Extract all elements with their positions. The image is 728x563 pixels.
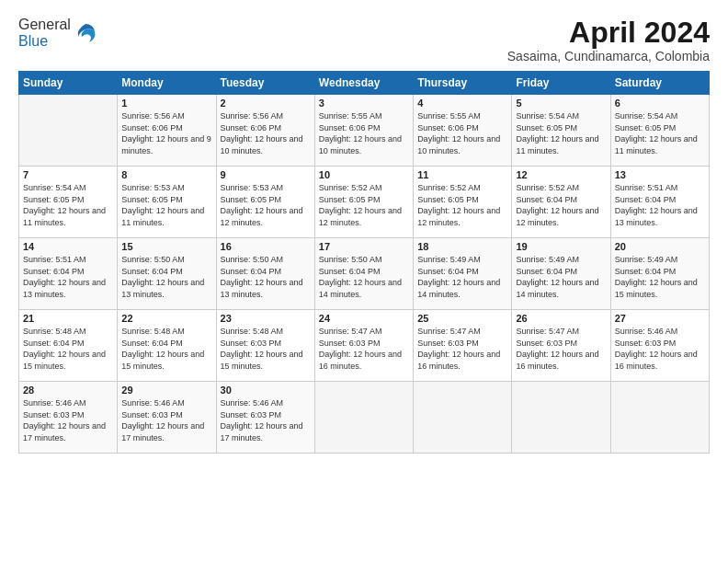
day-info: Sunrise: 5:55 AMSunset: 6:06 PMDaylight:… <box>319 110 409 156</box>
day-number: 23 <box>221 313 311 324</box>
week-row-4: 21Sunrise: 5:48 AMSunset: 6:04 PMDayligh… <box>19 310 710 382</box>
weekday-header-wednesday: Wednesday <box>314 72 413 95</box>
day-cell: 25Sunrise: 5:47 AMSunset: 6:03 PMDayligh… <box>414 310 512 382</box>
day-cell: 11Sunrise: 5:52 AMSunset: 6:05 PMDayligh… <box>414 167 512 238</box>
day-number: 3 <box>319 98 409 109</box>
day-cell <box>19 95 118 167</box>
logo-blue-text: Blue <box>18 33 48 49</box>
day-number: 9 <box>221 169 311 180</box>
day-cell: 15Sunrise: 5:50 AMSunset: 6:04 PMDayligh… <box>118 238 216 310</box>
day-cell: 21Sunrise: 5:48 AMSunset: 6:04 PMDayligh… <box>19 310 118 382</box>
day-cell: 13Sunrise: 5:51 AMSunset: 6:04 PMDayligh… <box>610 167 709 238</box>
weekday-header-saturday: Saturday <box>610 72 709 95</box>
day-cell: 18Sunrise: 5:49 AMSunset: 6:04 PMDayligh… <box>414 238 512 310</box>
day-info: Sunrise: 5:53 AMSunset: 6:05 PMDaylight:… <box>121 182 211 228</box>
calendar-table: SundayMondayTuesdayWednesdayThursdayFrid… <box>18 71 710 454</box>
day-number: 25 <box>417 313 507 324</box>
day-number: 26 <box>516 313 606 324</box>
day-info: Sunrise: 5:55 AMSunset: 6:06 PMDaylight:… <box>417 110 507 156</box>
day-cell: 26Sunrise: 5:47 AMSunset: 6:03 PMDayligh… <box>512 310 610 382</box>
day-info: Sunrise: 5:54 AMSunset: 6:05 PMDaylight:… <box>516 110 606 156</box>
title-block: April 2024 Sasaima, Cundinamarca, Colomb… <box>507 17 710 63</box>
day-number: 13 <box>615 169 705 180</box>
day-number: 24 <box>319 313 409 324</box>
day-cell: 1Sunrise: 5:56 AMSunset: 6:06 PMDaylight… <box>118 95 216 167</box>
week-row-2: 7Sunrise: 5:54 AMSunset: 6:05 PMDaylight… <box>19 167 710 238</box>
day-number: 14 <box>23 241 113 252</box>
day-number: 1 <box>121 98 211 109</box>
weekday-header-thursday: Thursday <box>414 72 512 95</box>
day-cell: 12Sunrise: 5:52 AMSunset: 6:04 PMDayligh… <box>512 167 610 238</box>
day-number: 30 <box>221 385 311 396</box>
day-number: 19 <box>516 241 606 252</box>
day-number: 20 <box>615 241 705 252</box>
day-cell: 8Sunrise: 5:53 AMSunset: 6:05 PMDaylight… <box>118 167 216 238</box>
header: General Blue April 2024 Sasaima, Cundina… <box>18 17 710 63</box>
day-number: 10 <box>319 169 409 180</box>
day-info: Sunrise: 5:50 AMSunset: 6:04 PMDaylight:… <box>221 254 311 300</box>
week-row-3: 14Sunrise: 5:51 AMSunset: 6:04 PMDayligh… <box>19 238 710 310</box>
month-title: April 2024 <box>507 17 710 49</box>
day-cell: 20Sunrise: 5:49 AMSunset: 6:04 PMDayligh… <box>610 238 709 310</box>
day-number: 12 <box>516 169 606 180</box>
day-cell: 27Sunrise: 5:46 AMSunset: 6:03 PMDayligh… <box>610 310 709 382</box>
day-info: Sunrise: 5:49 AMSunset: 6:04 PMDaylight:… <box>615 254 705 300</box>
day-number: 22 <box>121 313 211 324</box>
day-number: 11 <box>417 169 507 180</box>
day-info: Sunrise: 5:51 AMSunset: 6:04 PMDaylight:… <box>23 254 113 300</box>
day-info: Sunrise: 5:47 AMSunset: 6:03 PMDaylight:… <box>516 326 606 372</box>
day-cell: 29Sunrise: 5:46 AMSunset: 6:03 PMDayligh… <box>118 382 216 454</box>
day-cell: 4Sunrise: 5:55 AMSunset: 6:06 PMDaylight… <box>414 95 512 167</box>
day-cell: 9Sunrise: 5:53 AMSunset: 6:05 PMDaylight… <box>216 167 314 238</box>
day-cell: 24Sunrise: 5:47 AMSunset: 6:03 PMDayligh… <box>314 310 413 382</box>
day-cell: 2Sunrise: 5:56 AMSunset: 6:06 PMDaylight… <box>216 95 314 167</box>
day-info: Sunrise: 5:49 AMSunset: 6:04 PMDaylight:… <box>417 254 507 300</box>
day-info: Sunrise: 5:52 AMSunset: 6:04 PMDaylight:… <box>516 182 606 228</box>
day-number: 16 <box>221 241 311 252</box>
day-cell <box>314 382 413 454</box>
day-number: 4 <box>417 98 507 109</box>
day-info: Sunrise: 5:52 AMSunset: 6:05 PMDaylight:… <box>319 182 409 228</box>
logo-general-text: General <box>18 17 71 32</box>
day-info: Sunrise: 5:46 AMSunset: 6:03 PMDaylight:… <box>23 397 113 443</box>
day-info: Sunrise: 5:49 AMSunset: 6:04 PMDaylight:… <box>516 254 606 300</box>
day-cell <box>414 382 512 454</box>
day-number: 18 <box>417 241 507 252</box>
day-info: Sunrise: 5:47 AMSunset: 6:03 PMDaylight:… <box>417 326 507 372</box>
day-info: Sunrise: 5:51 AMSunset: 6:04 PMDaylight:… <box>615 182 705 228</box>
day-number: 21 <box>23 313 113 324</box>
day-info: Sunrise: 5:48 AMSunset: 6:04 PMDaylight:… <box>23 326 113 372</box>
weekday-header-sunday: Sunday <box>19 72 118 95</box>
day-cell <box>512 382 610 454</box>
day-info: Sunrise: 5:50 AMSunset: 6:04 PMDaylight:… <box>121 254 211 300</box>
page: General Blue April 2024 Sasaima, Cundina… <box>0 0 728 563</box>
day-number: 29 <box>121 385 211 396</box>
day-info: Sunrise: 5:50 AMSunset: 6:04 PMDaylight:… <box>319 254 409 300</box>
day-info: Sunrise: 5:54 AMSunset: 6:05 PMDaylight:… <box>23 182 113 228</box>
day-cell: 14Sunrise: 5:51 AMSunset: 6:04 PMDayligh… <box>19 238 118 310</box>
day-cell: 17Sunrise: 5:50 AMSunset: 6:04 PMDayligh… <box>314 238 413 310</box>
weekday-header-friday: Friday <box>512 72 610 95</box>
day-cell: 28Sunrise: 5:46 AMSunset: 6:03 PMDayligh… <box>19 382 118 454</box>
day-cell: 3Sunrise: 5:55 AMSunset: 6:06 PMDaylight… <box>314 95 413 167</box>
logo-icon <box>73 20 98 46</box>
weekday-header-row: SundayMondayTuesdayWednesdayThursdayFrid… <box>19 72 710 95</box>
day-info: Sunrise: 5:56 AMSunset: 6:06 PMDaylight:… <box>221 110 311 156</box>
day-info: Sunrise: 5:54 AMSunset: 6:05 PMDaylight:… <box>615 110 705 156</box>
day-info: Sunrise: 5:52 AMSunset: 6:05 PMDaylight:… <box>417 182 507 228</box>
weekday-header-monday: Monday <box>118 72 216 95</box>
day-number: 28 <box>23 385 113 396</box>
day-info: Sunrise: 5:56 AMSunset: 6:06 PMDaylight:… <box>121 110 211 156</box>
day-cell: 22Sunrise: 5:48 AMSunset: 6:04 PMDayligh… <box>118 310 216 382</box>
week-row-1: 1Sunrise: 5:56 AMSunset: 6:06 PMDaylight… <box>19 95 710 167</box>
day-cell: 30Sunrise: 5:46 AMSunset: 6:03 PMDayligh… <box>216 382 314 454</box>
day-info: Sunrise: 5:46 AMSunset: 6:03 PMDaylight:… <box>221 397 311 443</box>
day-number: 27 <box>615 313 705 324</box>
day-info: Sunrise: 5:47 AMSunset: 6:03 PMDaylight:… <box>319 326 409 372</box>
day-info: Sunrise: 5:46 AMSunset: 6:03 PMDaylight:… <box>615 326 705 372</box>
day-cell: 19Sunrise: 5:49 AMSunset: 6:04 PMDayligh… <box>512 238 610 310</box>
day-number: 17 <box>319 241 409 252</box>
day-number: 5 <box>516 98 606 109</box>
week-row-5: 28Sunrise: 5:46 AMSunset: 6:03 PMDayligh… <box>19 382 710 454</box>
subtitle: Sasaima, Cundinamarca, Colombia <box>507 49 710 63</box>
